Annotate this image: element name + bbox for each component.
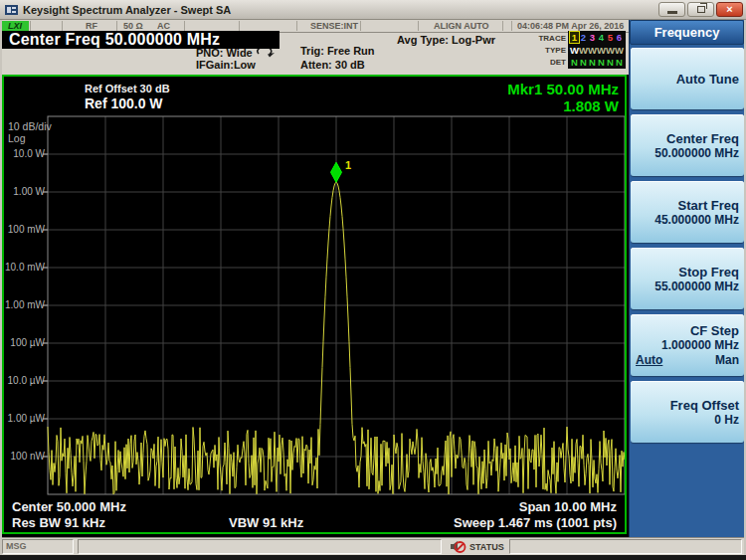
sidebar-button-freq-offset[interactable]: Freq Offset0 Hz bbox=[631, 381, 744, 443]
trace-glyph: W bbox=[579, 45, 588, 56]
softkey-auto-man-row: AutoMan bbox=[636, 353, 739, 367]
restore-button[interactable] bbox=[687, 2, 714, 17]
trace-status-block: 123456 WWWWWW NNNNNN bbox=[568, 31, 626, 69]
trace-glyph: 6 bbox=[615, 32, 624, 43]
trace-glyph: 5 bbox=[606, 32, 615, 43]
sense-indicator: SENSE:INT bbox=[310, 21, 358, 32]
trace-glyph: W bbox=[570, 45, 579, 56]
softkey-label: Start Freq bbox=[636, 198, 739, 213]
sweep-readout: Sweep 1.467 ms (1001 pts) bbox=[454, 516, 617, 530]
trace-numbers-row: 123456 bbox=[570, 32, 624, 43]
close-button[interactable]: × bbox=[716, 2, 743, 17]
type-label: TYPE bbox=[536, 46, 566, 55]
sidebar-button-center-freq[interactable]: Center Freq50.000000 MHz bbox=[631, 114, 744, 176]
trace-glyph: N bbox=[570, 57, 579, 68]
center-freq-banner: Center Freq 50.000000 MHz bbox=[2, 31, 280, 49]
sidebar-button-cf-step[interactable]: CF Step1.000000 MHzAutoMan bbox=[631, 314, 744, 376]
sidebar-buttons: Auto TuneCenter Freq50.000000 MHzStart F… bbox=[631, 48, 744, 443]
softkey-label: Freq Offset bbox=[636, 398, 739, 413]
trace-glyph: W bbox=[588, 45, 597, 56]
sidebar-button-stop-freq[interactable]: Stop Freq55.000000 MHz bbox=[631, 248, 744, 309]
scale-type-label: Log bbox=[8, 132, 26, 144]
trace-glyph: N bbox=[588, 57, 597, 68]
title-bar[interactable]: Keysight Spectrum Analyzer - Swept SA × bbox=[0, 0, 746, 20]
det-label: DET bbox=[536, 58, 566, 67]
scale-per-div-label: 10 dB/div bbox=[8, 120, 52, 132]
center-freq-readout: Center 50.000 MHz bbox=[12, 500, 126, 514]
msg-cell: MSG bbox=[2, 539, 74, 554]
spectrum-display: 1 Ref Offset 30 dB Ref 100.0 W Mkr1 50.0… bbox=[2, 75, 627, 534]
minimize-icon bbox=[667, 11, 677, 14]
softkey-label: Auto Tune bbox=[636, 72, 739, 87]
y-axis-tick-label: 100 µW bbox=[4, 337, 45, 348]
window-frame-left bbox=[0, 20, 2, 555]
y-axis-tick-label: 10.0 W bbox=[4, 148, 45, 159]
app-icon bbox=[5, 4, 18, 16]
trace-glyph: 4 bbox=[597, 32, 606, 43]
trace-glyph: W bbox=[606, 45, 615, 56]
softkey-value: 55.000000 MHz bbox=[636, 280, 739, 293]
softkey-option-auto: Auto bbox=[636, 353, 662, 367]
app-window: Keysight Spectrum Analyzer - Swept SA × … bbox=[0, 0, 746, 560]
y-axis-tick-label: 100 mW bbox=[4, 224, 45, 235]
y-axis-tick-label: 100 nW bbox=[4, 451, 45, 462]
minimize-button[interactable] bbox=[658, 2, 685, 17]
marker-1-diamond[interactable] bbox=[331, 162, 342, 182]
marker-freq-readout: Mkr1 50.00 MHz bbox=[507, 81, 619, 97]
status-label: STATUS bbox=[469, 542, 504, 552]
trace-glyph: 1 bbox=[570, 32, 579, 43]
trace-label: TRACE bbox=[536, 34, 566, 43]
avg-type-annotation: Avg Type: Log-Pwr bbox=[397, 34, 495, 46]
y-axis-tick-label: 10.0 mW bbox=[4, 262, 45, 273]
trace-glyph: W bbox=[597, 45, 606, 56]
trace-glyph: N bbox=[597, 57, 606, 68]
marker-1-label: 1 bbox=[345, 159, 351, 171]
y-axis-tick-label: 1.00 mW bbox=[4, 299, 45, 310]
sidebar-button-start-freq[interactable]: Start Freq45.000000 MHz bbox=[631, 181, 744, 243]
spectrum-plot: 1 bbox=[4, 77, 625, 532]
softkey-value: 1.000000 MHz bbox=[636, 338, 739, 352]
trace-glyph: N bbox=[615, 57, 624, 68]
trace-glyph: 3 bbox=[588, 32, 597, 43]
vbw-readout: VBW 91 kHz bbox=[229, 516, 303, 530]
window-title: Keysight Spectrum Analyzer - Swept SA bbox=[23, 4, 231, 16]
softkey-value: 50.000000 MHz bbox=[636, 146, 739, 160]
trace-glyph: W bbox=[615, 45, 624, 56]
span-readout: Span 10.00 MHz bbox=[519, 500, 617, 514]
softkey-option-man: Man bbox=[715, 353, 739, 367]
trace-det-row: NNNNNN bbox=[570, 57, 624, 68]
softkey-label: CF Step bbox=[636, 323, 739, 338]
trace-glyph: N bbox=[579, 57, 588, 68]
message-area bbox=[78, 539, 442, 554]
screen-bottom-edge bbox=[0, 555, 746, 560]
softkey-value: 0 Hz bbox=[636, 413, 739, 427]
trace-type-row: WWWWWW bbox=[570, 45, 624, 56]
atten-annotation: Atten: 30 dB bbox=[300, 59, 365, 71]
status-indicator: STATUS bbox=[450, 539, 504, 554]
close-icon: × bbox=[726, 4, 732, 15]
restore-icon bbox=[697, 6, 705, 13]
y-axis-tick-label: 10.0 µW bbox=[4, 375, 45, 386]
softkey-value: 45.000000 MHz bbox=[636, 213, 739, 227]
softkey-sidebar: Frequency Auto TuneCenter Freq50.000000 … bbox=[629, 20, 744, 537]
y-axis-tick-label: 1.00 µW bbox=[4, 413, 45, 424]
marker-amplitude-readout: 1.808 W bbox=[563, 97, 619, 114]
y-axis-tick-label: 1.00 W bbox=[4, 186, 45, 197]
sidebar-button-auto-tune[interactable]: Auto Tune bbox=[631, 48, 744, 109]
ifgain-annotation: IFGain:Low bbox=[196, 59, 256, 71]
softkey-label: Center Freq bbox=[636, 131, 739, 146]
trace-glyph: 2 bbox=[579, 32, 588, 43]
status-area-right bbox=[509, 539, 742, 554]
softkey-label: Stop Freq bbox=[636, 265, 739, 280]
muted-speaker-icon bbox=[450, 539, 466, 554]
trigger-annotation: Trig: Free Run bbox=[300, 45, 375, 57]
align-indicator: ALIGN AUTO bbox=[434, 21, 489, 32]
ref-offset-readout: Ref Offset 30 dB bbox=[85, 83, 170, 94]
trace-glyph: N bbox=[606, 57, 615, 68]
bottom-status-bar: MSG STATUS bbox=[0, 537, 746, 555]
menu-title: Frequency bbox=[630, 20, 744, 45]
res-bw-readout: Res BW 91 kHz bbox=[12, 516, 105, 530]
ref-level-readout: Ref 100.0 W bbox=[85, 95, 163, 111]
